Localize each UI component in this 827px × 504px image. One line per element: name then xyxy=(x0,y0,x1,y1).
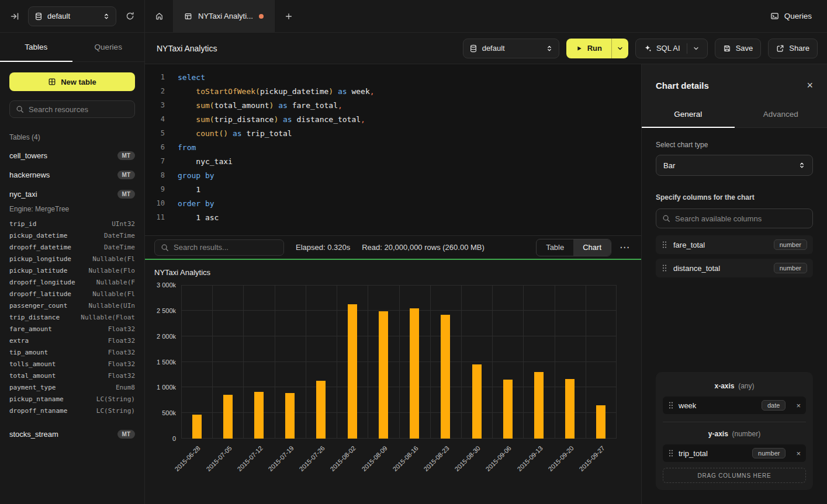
refresh-icon[interactable] xyxy=(122,9,137,24)
sidebar-tab-queries[interactable]: Queries xyxy=(72,33,145,61)
table-view-button[interactable]: Table xyxy=(537,239,573,256)
chart-bar[interactable] xyxy=(565,379,575,439)
share-icon xyxy=(776,44,784,53)
column-row[interactable]: dropoff_datetimeDateTime xyxy=(0,241,144,253)
chart-bar[interactable] xyxy=(534,372,544,439)
tab-advanced[interactable]: Advanced xyxy=(735,103,827,127)
column-row[interactable]: dropoff_longitudeNullable(F xyxy=(0,276,144,288)
remove-column-button[interactable]: × xyxy=(796,401,801,410)
drag-handle-icon xyxy=(662,264,667,272)
table-row[interactable]: cell_towersMT xyxy=(0,146,144,165)
chart-bar[interactable] xyxy=(192,415,202,439)
search-resources-input[interactable] xyxy=(29,105,129,114)
main-body: 1select2 toStartOfWeek(pickup_datetime) … xyxy=(145,64,827,504)
column-row[interactable]: payment_typeEnum8 xyxy=(0,381,144,393)
new-table-button[interactable]: New table xyxy=(9,72,135,91)
chart-bar[interactable] xyxy=(410,308,419,439)
column-row[interactable]: tip_amountFloat32 xyxy=(0,346,144,358)
sql-ai-button[interactable]: SQL AI xyxy=(635,39,708,58)
collapse-sidebar-icon[interactable] xyxy=(7,9,22,24)
run-button[interactable]: Run xyxy=(566,39,628,58)
column-row[interactable]: extraFloat32 xyxy=(0,335,144,346)
chart-bar[interactable] xyxy=(223,395,233,439)
column-row[interactable]: pickup_ntanameLC(String) xyxy=(0,393,144,405)
chart-bar[interactable] xyxy=(596,405,605,439)
table-row[interactable]: nyc_taxiMT xyxy=(0,185,144,204)
share-button[interactable]: Share xyxy=(768,39,818,58)
column-row[interactable]: tolls_amountFloat32 xyxy=(0,358,144,370)
remove-column-button[interactable]: × xyxy=(796,449,801,458)
new-tab-button[interactable] xyxy=(275,0,303,32)
table-row[interactable]: stocks_streamMT xyxy=(0,425,144,444)
chart-bar[interactable] xyxy=(254,392,264,439)
column-row[interactable]: total_amountFloat32 xyxy=(0,370,144,381)
column-name: pickup_longitude xyxy=(9,255,71,263)
column-row[interactable]: trip_idUInt32 xyxy=(0,218,144,230)
y-tick-label: 0 xyxy=(172,435,176,442)
column-name: extra xyxy=(9,337,29,345)
column-name: total_amount xyxy=(9,372,56,380)
column-row[interactable]: trip_distanceNullable(Float xyxy=(0,311,144,323)
chart-bar[interactable] xyxy=(441,315,450,439)
chart-bar[interactable] xyxy=(348,304,357,439)
code-text: select xyxy=(178,73,205,82)
column-row[interactable]: pickup_datetimeDateTime xyxy=(0,230,144,241)
available-column-row[interactable]: distance_totalnumber xyxy=(656,259,813,277)
topbar-database-selector[interactable]: default xyxy=(28,6,116,26)
sidebar-tab-tables[interactable]: Tables xyxy=(0,33,72,61)
sql-editor[interactable]: 1select2 toStartOfWeek(pickup_datetime) … xyxy=(145,64,641,235)
editor-line: 11 1 asc xyxy=(145,210,641,224)
chart-bar[interactable] xyxy=(379,311,388,439)
line-number: 5 xyxy=(145,129,165,137)
column-type: Nullable(Fl xyxy=(92,255,135,263)
queries-label: Queries xyxy=(784,12,812,20)
column-row[interactable]: pickup_latitudeNullable(Flo xyxy=(0,265,144,276)
database-selector[interactable]: default xyxy=(463,39,559,58)
x-tick-label: 2015-08-30 xyxy=(454,444,482,472)
chart-bar[interactable] xyxy=(503,380,513,439)
plus-icon xyxy=(285,12,293,20)
chart-type-select[interactable]: Bar xyxy=(656,155,813,176)
chart-bar[interactable] xyxy=(472,364,482,439)
queries-button[interactable]: Queries xyxy=(766,8,816,24)
sidebar-search xyxy=(9,100,135,118)
chart-view-button[interactable]: Chart xyxy=(573,239,611,256)
home-tab[interactable] xyxy=(145,0,174,32)
available-column-row[interactable]: fare_totalnumber xyxy=(656,235,813,254)
tab-bar: NYTaxi Analyti... xyxy=(145,0,303,32)
axis-column-row[interactable]: trip_totalnumber× xyxy=(663,444,806,462)
chart-panel: NYTaxi Analytics 0500k1 000k1 500k2 000k… xyxy=(145,259,641,504)
play-icon xyxy=(576,45,583,52)
column-name: trip_distance xyxy=(9,314,60,321)
axis-column-row[interactable]: weekdate× xyxy=(663,397,806,414)
close-icon[interactable]: × xyxy=(807,80,813,91)
column-row[interactable]: pickup_longitudeNullable(Fl xyxy=(0,253,144,265)
save-button[interactable]: Save xyxy=(715,39,762,58)
drop-zone[interactable]: DRAG COLUMNS HERE xyxy=(663,468,806,483)
column-name: fare_total xyxy=(673,241,705,249)
column-row[interactable]: fare_amountFloat32 xyxy=(0,323,144,335)
column-row[interactable]: passenger_countNullable(UIn xyxy=(0,300,144,311)
column-name: tolls_amount xyxy=(9,360,56,368)
view-toggle: Table Chart xyxy=(536,239,611,256)
chevron-up-down-icon xyxy=(798,162,805,169)
chart-details-panel: Chart details × General Advanced Select … xyxy=(641,64,827,504)
search-results-input[interactable] xyxy=(174,243,278,252)
search-columns-input[interactable] xyxy=(675,214,807,223)
line-number: 8 xyxy=(145,171,165,179)
query-tab[interactable]: NYTaxi Analyti... xyxy=(174,0,275,32)
column-row[interactable]: dropoff_latitudeNullable(Fl xyxy=(0,288,144,300)
run-options-button[interactable] xyxy=(611,39,628,58)
columns-search xyxy=(656,208,813,228)
column-row[interactable]: dropoff_ntanameLC(String) xyxy=(0,405,144,416)
more-options-button[interactable]: ⋯ xyxy=(617,241,632,253)
tab-general[interactable]: General xyxy=(642,103,735,127)
table-row[interactable]: hackernewsMT xyxy=(0,165,144,185)
columns-label: Specify columns for the chart xyxy=(656,193,813,201)
column-type: Float32 xyxy=(108,349,135,356)
column-type: Enum8 xyxy=(116,384,135,391)
chart-bar[interactable] xyxy=(316,381,326,439)
main-area: NYTaxi Analytics default Run xyxy=(145,33,827,504)
column-type: Float32 xyxy=(108,372,135,380)
chart-bar[interactable] xyxy=(285,393,295,439)
